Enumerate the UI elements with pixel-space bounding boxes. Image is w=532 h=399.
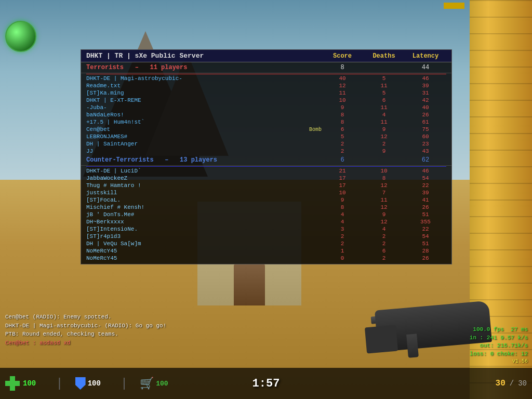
player-name: JJ (86, 148, 322, 154)
table-row: Thug # Hamtaro ! 17 12 22 (81, 182, 451, 189)
hud-left-area: 100 | 100 | 🛒 100 (5, 376, 496, 391)
table-row: DHKT-DE | LuciD` 21 10 46 (81, 167, 451, 175)
ct-team-latency: 62 (405, 156, 446, 164)
net-loss-line: loss: 0 choke: 12 (470, 350, 528, 358)
player-score: 2 (322, 148, 363, 154)
player-name: [ST]FocaL. (86, 197, 322, 203)
radar-icon (5, 21, 36, 52)
table-row: DHKT-DE | Magi-astrobycubic- 40 5 46 (81, 75, 451, 82)
player-name: -Juba- (86, 104, 322, 111)
col-latency-header: Latency (405, 52, 446, 60)
money-value: 100 (156, 380, 168, 388)
server-name: DHKT | TR | sXe Public Server (86, 52, 204, 60)
ammo-separator: / (510, 379, 514, 388)
player-score: 2 (322, 241, 363, 247)
player-latency: 22 (405, 226, 446, 232)
player-name: Mischief # Kensh! (86, 204, 322, 210)
player-name: DH | VeQu Sa[w]m (86, 241, 322, 247)
player-score: 0 (322, 255, 363, 261)
ct-header: Counter-Terrorists – 13 players 6 62 (81, 155, 451, 166)
player-deaths: 9 (363, 148, 405, 154)
player-latency: 40 (405, 104, 446, 111)
ct-label: Counter-Terrorists – 13 players (86, 156, 322, 164)
player-name: +17.5 | Hum4n!st` (86, 119, 322, 125)
player-deaths: 7 (363, 190, 405, 196)
player-deaths: 4 (363, 226, 405, 232)
player-latency: 23 (405, 141, 446, 147)
list-item: DHKT-DE | Magi-astrobycubic- (RADIO): Go… (5, 322, 213, 330)
table-row: DHKT | E-XT-REME 10 6 42 (81, 97, 451, 104)
fps-line: 100.0 fps 27 ms (470, 326, 528, 334)
player-score: 2 (322, 233, 363, 240)
table-row: LEBRONJAMES# 5 12 60 (81, 133, 451, 140)
player-deaths: 12 (363, 204, 405, 210)
player-deaths: 5 (363, 75, 405, 82)
player-latency: 54 (405, 233, 446, 240)
ammo-clip: 30 (496, 379, 506, 388)
player-latency: 51 (405, 241, 446, 247)
table-row: JabbaWockeeZ 17 8 54 (81, 175, 451, 182)
player-score: 4 (322, 219, 363, 225)
col-deaths-header: Deaths (363, 52, 405, 60)
table-row: [ST]r4p1d3 2 2 54 (81, 233, 451, 240)
hud-right-ammo: 30 / 30 (496, 379, 527, 388)
player-latency: 22 (405, 182, 446, 189)
player-name: DH~Berkxxxx (86, 219, 322, 225)
player-deaths: 6 (363, 248, 405, 254)
list-item: Cen@bet : asdasd xd (5, 339, 213, 348)
player-score: 9 (322, 104, 363, 111)
table-row: [ST]Ka.ming 11 5 31 (81, 89, 451, 97)
money-icon: 🛒 (140, 377, 154, 391)
table-row: [ST]IntensioNe. 3 4 22 (81, 225, 451, 233)
player-latency: 61 (405, 119, 446, 125)
player-latency: 42 (405, 97, 446, 103)
player-score: 6 (322, 126, 363, 132)
health-display: 100 (5, 376, 36, 391)
player-score: 5 (322, 134, 363, 140)
ct-team-score: 6 (322, 156, 363, 164)
table-row: Mischief # Kensh! 8 12 26 (81, 204, 451, 211)
fps-info-area: 100.0 fps 27 ms in : 241 9.57 k/s out: 2… (470, 326, 528, 365)
player-score: 8 (322, 119, 363, 125)
list-item: PTB: Round ended, checking teams. (5, 330, 213, 339)
player-deaths: 2 (363, 241, 405, 247)
player-latency: 46 (405, 75, 446, 82)
player-deaths: 11 (363, 197, 405, 203)
hud-bottom: 100 | 100 | 🛒 100 1:57 30 / 30 (0, 368, 532, 399)
net-in-line: in : 241 9.57 k/s (470, 334, 528, 342)
player-score: 12 (322, 83, 363, 89)
player-name: Thug # Hamtaro ! (86, 182, 322, 189)
top-right-indicator (444, 3, 464, 9)
player-score: 8 (322, 204, 363, 210)
hud-divider-1: | (56, 377, 63, 391)
version-text: v1.56 (470, 358, 528, 365)
armor-value: 100 (88, 379, 101, 388)
player-name: NoMeRcY45 (86, 255, 322, 261)
table-row: NoMeRcY45 1 6 28 (81, 247, 451, 255)
net-out-line: out: 215.71k/s (470, 342, 528, 350)
health-value: 100 (23, 379, 36, 388)
round-timer: 1:57 (252, 377, 280, 390)
player-latency: 39 (405, 83, 446, 89)
player-latency: 75 (405, 126, 446, 132)
player-score: 21 (322, 168, 363, 174)
player-name: NoMeRcY45 (86, 248, 322, 254)
table-row: +17.5 | Hum4n!st` 8 11 61 (81, 118, 451, 126)
player-name: DHKT-DE | LuciD` (86, 168, 322, 174)
player-deaths: 4 (363, 112, 405, 118)
player-deaths: 11 (363, 104, 405, 111)
player-name: JabbaWockeeZ (86, 175, 322, 181)
player-deaths: 12 (363, 134, 405, 140)
player-deaths: 12 (363, 219, 405, 225)
player-score: 17 (322, 182, 363, 189)
player-deaths: 2 (363, 255, 405, 261)
chat-area: Cen@bet (RADIO): Enemy spotted.DHKT-DE |… (5, 313, 213, 347)
player-score: 4 (322, 211, 363, 218)
terrorists-label: Terrorists – 11 players (86, 64, 322, 71)
player-name: [ST]r4p1d3 (86, 233, 322, 240)
armor-display: 100 (75, 377, 101, 390)
table-row: NoMeRcY45 0 2 26 (81, 255, 451, 262)
player-score: 40 (322, 75, 363, 82)
chat-lines: Cen@bet (RADIO): Enemy spotted.DHKT-DE |… (5, 313, 213, 347)
player-latency: 41 (405, 197, 446, 203)
